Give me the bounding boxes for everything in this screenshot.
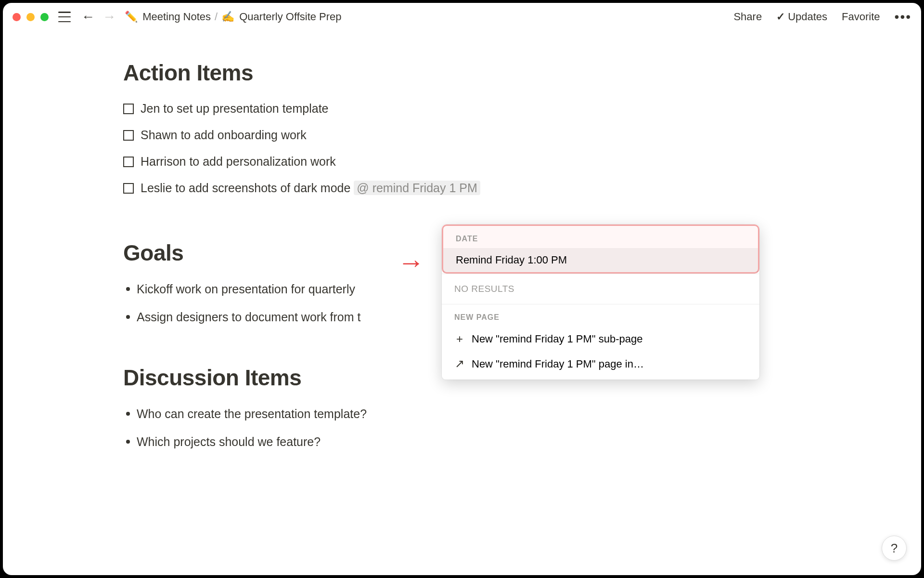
help-button[interactable]: ?	[882, 536, 907, 561]
date-section-highlight: DATE Remind Friday 1:00 PM	[442, 224, 759, 274]
popup-section-date-label: DATE	[443, 226, 758, 248]
minimize-window-button[interactable]	[26, 13, 35, 21]
todo-item[interactable]: Harrison to add personalization work	[123, 148, 921, 175]
todo-text[interactable]: Shawn to add onboarding work	[141, 127, 307, 144]
todo-text[interactable]: Jen to set up presentation template	[141, 100, 329, 117]
topbar: ← → ✏️ Meeting Notes / ✍️ Quarterly Offs…	[3, 3, 921, 31]
breadcrumb: ✏️ Meeting Notes / ✍️ Quarterly Offsite …	[125, 11, 733, 23]
arrow-up-right-icon: ↗	[454, 357, 465, 370]
todo-text[interactable]: Leslie to add screenshots of dark mode @…	[141, 180, 480, 197]
close-window-button[interactable]	[13, 13, 21, 21]
list-item-text[interactable]: Who can create the presentation template…	[137, 405, 367, 423]
popup-no-results: NO RESULTS	[442, 274, 759, 304]
todo-item[interactable]: Leslie to add screenshots of dark mode @…	[123, 175, 921, 201]
checkbox[interactable]	[123, 157, 134, 167]
checkbox[interactable]	[123, 104, 134, 114]
forward-button[interactable]: →	[103, 10, 116, 24]
share-button[interactable]: Share	[733, 11, 762, 23]
window-controls	[13, 13, 49, 21]
pencil-icon: ✏️	[125, 11, 138, 23]
favorite-button[interactable]: Favorite	[842, 11, 880, 23]
heading-action-items[interactable]: Action Items	[123, 60, 921, 86]
list-item[interactable]: Who can create the presentation template…	[123, 400, 921, 428]
breadcrumb-separator: /	[215, 11, 218, 23]
list-item-text[interactable]: Which projects should we feature?	[137, 433, 321, 451]
updates-button[interactable]: Updates	[776, 11, 827, 23]
popup-option-text: New "remind Friday 1 PM" page in…	[472, 358, 644, 370]
breadcrumb-current-label: Quarterly Offsite Prep	[239, 11, 341, 23]
action-items-list: Jen to set up presentation template Shaw…	[123, 95, 921, 201]
todo-text[interactable]: Harrison to add personalization work	[141, 153, 336, 170]
more-menu-icon[interactable]: •••	[895, 13, 911, 20]
writing-hand-icon: ✍️	[221, 11, 234, 23]
list-item-text[interactable]: Kickoff work on presentation for quarter…	[137, 280, 355, 299]
breadcrumb-current[interactable]: ✍️ Quarterly Offsite Prep	[221, 11, 341, 23]
updates-label: Updates	[788, 11, 827, 23]
popup-option-new-subpage[interactable]: + New "remind Friday 1 PM" sub-page	[442, 327, 759, 352]
mention-autocomplete-popup: DATE Remind Friday 1:00 PM NO RESULTS NE…	[442, 224, 759, 380]
bullet-icon	[126, 287, 130, 291]
bullet-icon	[126, 412, 130, 416]
bullet-icon	[126, 440, 130, 444]
popup-option-text: New "remind Friday 1 PM" sub-page	[472, 333, 643, 345]
todo-item[interactable]: Jen to set up presentation template	[123, 95, 921, 122]
list-item[interactable]: Which projects should we feature?	[123, 428, 921, 456]
list-item-text[interactable]: Assign designers to document work from t	[137, 308, 360, 327]
breadcrumb-parent-label: Meeting Notes	[142, 11, 211, 23]
question-mark-icon: ?	[891, 541, 898, 556]
todo-text-plain: Leslie to add screenshots of dark mode	[141, 181, 354, 195]
popup-option-text: Remind Friday 1:00 PM	[456, 254, 567, 266]
todo-item[interactable]: Shawn to add onboarding work	[123, 122, 921, 148]
bullet-icon	[126, 315, 130, 319]
check-icon	[776, 11, 785, 23]
plus-icon: +	[454, 332, 465, 346]
back-button[interactable]: ←	[81, 10, 95, 24]
sidebar-toggle-icon[interactable]	[58, 12, 71, 22]
breadcrumb-parent[interactable]: ✏️ Meeting Notes	[125, 11, 211, 23]
popup-option-new-page-in[interactable]: ↗ New "remind Friday 1 PM" page in…	[442, 352, 759, 380]
discussion-list: Who can create the presentation template…	[123, 400, 921, 456]
maximize-window-button[interactable]	[40, 13, 49, 21]
nav-arrows: ← →	[81, 10, 116, 24]
topbar-right: Share Updates Favorite •••	[733, 11, 911, 23]
checkbox[interactable]	[123, 183, 134, 194]
mention-token[interactable]: @ remind Friday 1 PM	[354, 181, 480, 195]
popup-section-new-page-label: NEW PAGE	[442, 304, 759, 327]
checkbox[interactable]	[123, 130, 134, 141]
popup-option-remind-date[interactable]: Remind Friday 1:00 PM	[443, 248, 758, 272]
